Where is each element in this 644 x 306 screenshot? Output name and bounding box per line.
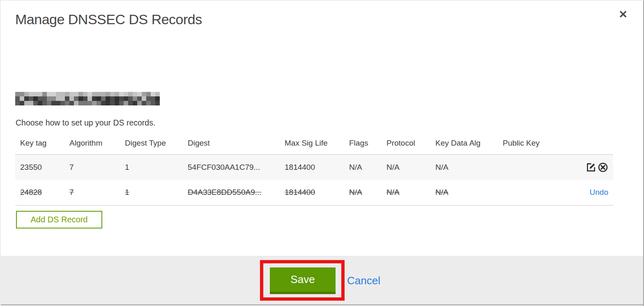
cancel-link[interactable]: Cancel [347, 274, 380, 287]
table-row: 235507154FCF030AA1C79...1814400N/AN/AN/A [15, 155, 613, 180]
table-cell [498, 180, 555, 206]
column-header: Max Sig Life [280, 135, 344, 155]
undo-link[interactable]: Undo [590, 188, 608, 196]
ds-records-table: Key tagAlgorithmDigest TypeDigestMax Sig… [15, 135, 613, 206]
table-cell: 1814400 [280, 180, 344, 206]
row-actions [555, 155, 613, 180]
table-cell: N/A [382, 155, 430, 180]
redacted-domain-name [15, 92, 160, 105]
ds-records-table-wrap: Key tagAlgorithmDigest TypeDigestMax Sig… [15, 135, 613, 206]
intro-text: Choose how to set up your DS records. [16, 118, 155, 128]
table-cell: 1 [120, 155, 183, 180]
column-header: Key Data Alg [430, 135, 498, 155]
table-cell: N/A [382, 180, 430, 206]
column-header: Algorithm [64, 135, 120, 155]
table-cell: N/A [344, 155, 382, 180]
table-cell: 24828 [15, 180, 64, 206]
table-cell: D4A33E8DD550A9... [183, 180, 280, 206]
table-row: 2482871D4A33E8DD550A9...1814400N/AN/AN/A… [15, 180, 613, 206]
table-header-row: Key tagAlgorithmDigest TypeDigestMax Sig… [15, 135, 613, 155]
table-cell: 54FCF030AA1C79... [183, 155, 280, 180]
table-cell: N/A [430, 155, 498, 180]
column-header: Protocol [382, 135, 430, 155]
table-cell: 7 [64, 155, 120, 180]
edit-icon[interactable] [586, 162, 596, 173]
page-title: Manage DNSSEC DS Records [15, 11, 202, 27]
table-cell [498, 155, 555, 180]
table-cell: N/A [344, 180, 382, 206]
manage-dnssec-modal: { "modal": { "title": "Manage DNSSEC DS … [0, 0, 644, 306]
delete-icon[interactable] [598, 162, 608, 173]
table-cell: N/A [430, 180, 498, 206]
add-ds-record-button[interactable]: Add DS Record [16, 211, 102, 228]
row-actions: Undo [555, 180, 613, 206]
column-header: Public Key [498, 135, 555, 155]
close-icon[interactable]: ✕ [619, 9, 628, 20]
save-button[interactable]: Save [270, 267, 336, 294]
column-header: Digest Type [120, 135, 183, 155]
table-cell: 7 [64, 180, 120, 206]
table-cell: 1814400 [280, 155, 344, 180]
column-header: Digest [183, 135, 280, 155]
table-cell: 1 [120, 180, 183, 206]
column-header: Key tag [15, 135, 64, 155]
table-cell: 23550 [15, 155, 64, 180]
column-header: Flags [344, 135, 382, 155]
